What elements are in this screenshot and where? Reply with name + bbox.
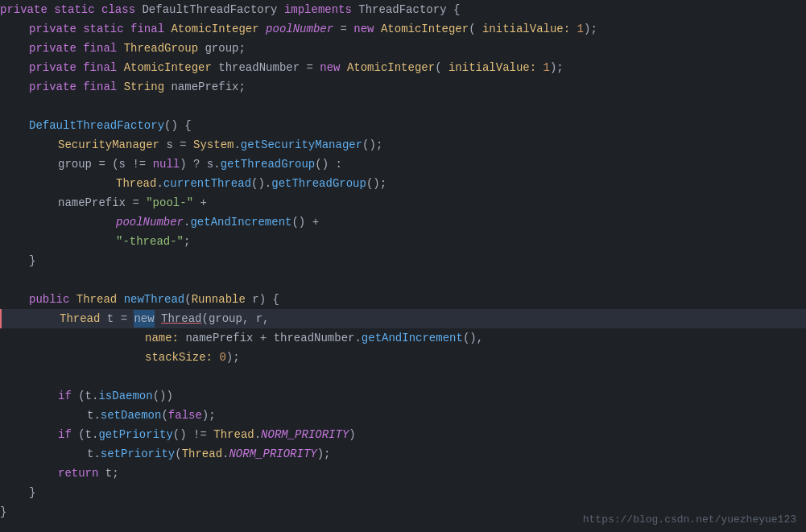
code-editor: private static class DefaultThreadFactor… xyxy=(0,0,806,532)
code-line: t.setDaemon(false); xyxy=(0,406,806,425)
code-token: getThreadGroup xyxy=(271,175,366,192)
code-token: new xyxy=(134,310,154,328)
code-token: name: xyxy=(145,329,179,347)
code-token: (), xyxy=(463,329,483,347)
code-line: "-thread-"; xyxy=(0,232,806,251)
code-token: () + xyxy=(291,213,319,231)
code-token: t; xyxy=(105,464,119,482)
code-token: } xyxy=(29,252,35,270)
code-token: NORM_PRIORITY xyxy=(229,445,316,463)
code-token: Thread xyxy=(213,426,254,443)
code-token: ThreadFactory { xyxy=(358,1,460,19)
code-token: getSecurityManager xyxy=(241,136,362,154)
code-token: System xyxy=(193,136,234,154)
code-token: = xyxy=(333,20,353,38)
code-token: . xyxy=(184,213,190,231)
code-token: ( xyxy=(175,445,181,463)
code-token: getAndIncrement xyxy=(362,329,463,347)
code-token xyxy=(155,310,161,328)
code-token: private xyxy=(29,78,83,96)
code-token: class xyxy=(101,1,142,19)
code-token: s = xyxy=(166,136,193,154)
code-token: new xyxy=(353,20,381,38)
code-line: DefaultThreadFactory() { xyxy=(0,116,806,135)
code-token: Thread xyxy=(161,310,201,328)
code-token: t = xyxy=(100,310,134,328)
code-token: ( xyxy=(184,291,191,308)
code-line: group = (s != null) ? s.getThreadGroup()… xyxy=(0,155,806,174)
code-token: (t. xyxy=(78,387,98,405)
code-token: static xyxy=(83,20,130,38)
code-token: new xyxy=(320,59,347,76)
code-token: t. xyxy=(87,406,101,424)
code-token: (group, r, xyxy=(201,310,269,328)
code-token: ); xyxy=(584,20,597,38)
code-token: ; xyxy=(184,233,190,250)
code-token: ( xyxy=(435,59,448,76)
code-token: ); xyxy=(202,406,216,424)
code-token: poolNumber xyxy=(116,213,184,231)
code-token: ( xyxy=(469,20,482,38)
code-token: . xyxy=(222,445,229,463)
code-token: ); xyxy=(317,445,331,463)
code-token: isDaemon xyxy=(98,387,152,405)
code-token: group; xyxy=(205,39,245,57)
code-token: } xyxy=(29,484,35,501)
code-token: "-thread-" xyxy=(116,233,184,250)
code-token: ThreadGroup xyxy=(124,39,205,57)
code-token: initialValue: xyxy=(482,20,570,38)
code-token: if xyxy=(58,426,78,443)
code-token: private xyxy=(0,1,54,19)
code-token: private xyxy=(29,20,83,38)
code-token: final xyxy=(83,39,123,57)
code-token: (). xyxy=(251,175,271,192)
code-token: threadNumber = xyxy=(218,59,320,76)
code-token: t. xyxy=(87,445,101,463)
code-token: stackSize: xyxy=(145,348,213,366)
code-token: String xyxy=(124,78,172,96)
code-token: static xyxy=(54,1,101,19)
code-token: + xyxy=(193,194,207,212)
code-token: group = (s != xyxy=(58,155,153,173)
code-token: private xyxy=(29,59,83,76)
code-token: private xyxy=(29,39,83,57)
code-token: AtomicInteger xyxy=(124,59,219,76)
code-token: newThread xyxy=(124,291,185,308)
code-token: 0 xyxy=(219,348,225,366)
code-line: name: namePrefix + threadNumber.getAndIn… xyxy=(0,328,806,348)
code-token: AtomicInteger xyxy=(171,20,266,38)
code-line xyxy=(0,367,806,386)
code-line: if (t.getPriority() != Thread.NORM_PRIOR… xyxy=(0,425,806,444)
code-line: SecurityManager s = System.getSecurityMa… xyxy=(0,135,806,155)
code-token: ) ? s. xyxy=(180,155,220,173)
code-token: getPriority xyxy=(98,426,172,443)
code-line: } xyxy=(0,251,806,270)
code-token: Runnable xyxy=(192,291,253,308)
code-token: . xyxy=(254,426,261,443)
code-token: DefaultThreadFactory xyxy=(29,117,164,134)
code-line xyxy=(0,97,806,116)
code-line: if (t.isDaemon()) xyxy=(0,386,806,406)
code-token: () : xyxy=(315,155,342,173)
code-line: private final String namePrefix; xyxy=(0,77,806,97)
url-watermark: https://blog.csdn.net/yuezheyue123 xyxy=(583,513,796,526)
code-token: "pool-" xyxy=(146,194,193,212)
code-line: private static class DefaultThreadFactor… xyxy=(0,0,806,19)
code-line: public Thread newThread(Runnable r) { xyxy=(0,290,806,309)
code-token: AtomicInteger xyxy=(347,59,435,76)
code-token: () != xyxy=(173,426,213,443)
code-line xyxy=(0,270,806,290)
code-line: Thread.currentThread().getThreadGroup(); xyxy=(0,174,806,193)
code-token: . xyxy=(156,175,163,192)
code-token: final xyxy=(83,78,123,96)
code-token: if xyxy=(58,387,78,405)
code-token: null xyxy=(153,155,180,173)
code-token: r) { xyxy=(252,291,279,308)
code-token: final xyxy=(130,20,171,38)
code-token: DefaultThreadFactory xyxy=(142,1,283,19)
code-line: Thread t = new Thread(group, r, xyxy=(0,309,806,328)
code-token: 1 xyxy=(544,59,550,76)
code-token: return xyxy=(58,464,105,482)
code-token: currentThread xyxy=(163,175,251,192)
code-token: getThreadGroup xyxy=(221,155,316,173)
